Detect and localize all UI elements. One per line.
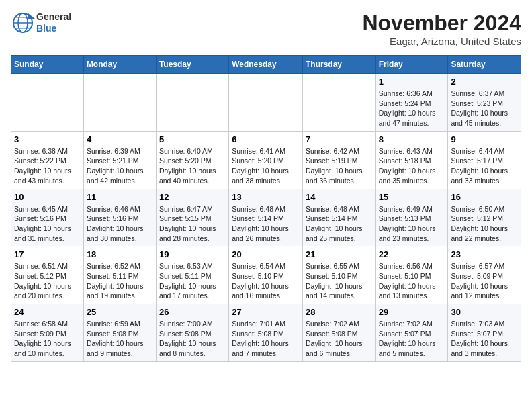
calendar-cell: 17Sunrise: 6:51 AMSunset: 5:12 PMDayligh… xyxy=(11,246,84,304)
page-title: November 2024 xyxy=(362,11,521,36)
page-subtitle: Eagar, Arizona, United States xyxy=(362,36,521,47)
day-info: Sunrise: 6:59 AMSunset: 5:08 PMDaylight:… xyxy=(87,319,153,359)
day-number: 28 xyxy=(306,307,373,317)
day-number: 10 xyxy=(14,192,81,202)
day-info: Sunrise: 7:03 AMSunset: 5:07 PMDaylight:… xyxy=(451,319,518,359)
day-number: 18 xyxy=(87,249,153,259)
day-number: 16 xyxy=(451,192,518,202)
calendar-cell: 12Sunrise: 6:47 AMSunset: 5:15 PMDayligh… xyxy=(156,189,228,246)
day-info: Sunrise: 6:46 AMSunset: 5:16 PMDaylight:… xyxy=(87,204,153,244)
calendar-cell xyxy=(11,74,84,132)
day-number: 21 xyxy=(306,249,373,259)
title-block: November 2024 Eagar, Arizona, United Sta… xyxy=(362,11,521,47)
day-info: Sunrise: 6:50 AMSunset: 5:12 PMDaylight:… xyxy=(451,204,518,244)
calendar-cell: 8Sunrise: 6:43 AMSunset: 5:18 PMDaylight… xyxy=(375,131,448,189)
calendar-table: SundayMondayTuesdayWednesdayThursdayFrid… xyxy=(11,55,521,362)
day-number: 12 xyxy=(159,192,226,202)
calendar-cell: 21Sunrise: 6:55 AMSunset: 5:10 PMDayligh… xyxy=(302,246,375,304)
calendar-cell: 18Sunrise: 6:52 AMSunset: 5:11 PMDayligh… xyxy=(83,246,156,304)
svg-marker-5 xyxy=(28,13,35,19)
day-info: Sunrise: 6:42 AMSunset: 5:19 PMDaylight:… xyxy=(306,146,373,186)
calendar-cell: 14Sunrise: 6:48 AMSunset: 5:14 PMDayligh… xyxy=(302,189,375,246)
calendar-cell: 20Sunrise: 6:54 AMSunset: 5:10 PMDayligh… xyxy=(229,246,303,304)
calendar-cell: 5Sunrise: 6:40 AMSunset: 5:20 PMDaylight… xyxy=(156,131,228,189)
day-info: Sunrise: 6:55 AMSunset: 5:10 PMDaylight:… xyxy=(306,261,373,301)
calendar-cell: 10Sunrise: 6:45 AMSunset: 5:16 PMDayligh… xyxy=(11,189,84,246)
day-number: 6 xyxy=(232,134,300,144)
day-info: Sunrise: 6:39 AMSunset: 5:21 PMDaylight:… xyxy=(87,146,153,186)
day-number: 8 xyxy=(379,134,445,144)
day-number: 1 xyxy=(379,77,445,87)
day-info: Sunrise: 6:53 AMSunset: 5:11 PMDaylight:… xyxy=(159,261,226,301)
calendar-cell: 28Sunrise: 7:02 AMSunset: 5:08 PMDayligh… xyxy=(302,304,375,362)
col-header-sunday: Sunday xyxy=(11,56,84,74)
day-info: Sunrise: 6:48 AMSunset: 5:14 PMDaylight:… xyxy=(232,204,300,244)
day-number: 11 xyxy=(87,192,153,202)
day-number: 23 xyxy=(451,249,518,259)
day-info: Sunrise: 6:43 AMSunset: 5:18 PMDaylight:… xyxy=(379,146,445,186)
day-info: Sunrise: 6:56 AMSunset: 5:10 PMDaylight:… xyxy=(379,261,445,301)
day-number: 14 xyxy=(306,192,373,202)
day-number: 4 xyxy=(87,134,153,144)
day-info: Sunrise: 7:02 AMSunset: 5:07 PMDaylight:… xyxy=(379,319,445,359)
day-info: Sunrise: 6:36 AMSunset: 5:24 PMDaylight:… xyxy=(379,89,445,128)
day-info: Sunrise: 6:41 AMSunset: 5:20 PMDaylight:… xyxy=(232,146,300,186)
day-number: 7 xyxy=(306,134,373,144)
day-info: Sunrise: 6:45 AMSunset: 5:16 PMDaylight:… xyxy=(14,204,81,244)
calendar-cell xyxy=(83,74,156,132)
calendar-cell xyxy=(302,74,375,132)
col-header-tuesday: Tuesday xyxy=(156,56,228,74)
day-info: Sunrise: 6:37 AMSunset: 5:23 PMDaylight:… xyxy=(451,89,518,128)
day-info: Sunrise: 6:40 AMSunset: 5:20 PMDaylight:… xyxy=(159,146,226,186)
day-info: Sunrise: 7:00 AMSunset: 5:08 PMDaylight:… xyxy=(159,319,226,359)
col-header-friday: Friday xyxy=(375,56,448,74)
calendar-cell: 6Sunrise: 6:41 AMSunset: 5:20 PMDaylight… xyxy=(229,131,303,189)
calendar-cell: 26Sunrise: 7:00 AMSunset: 5:08 PMDayligh… xyxy=(156,304,228,362)
calendar-cell: 1Sunrise: 6:36 AMSunset: 5:24 PMDaylight… xyxy=(375,74,448,132)
calendar-cell: 16Sunrise: 6:50 AMSunset: 5:12 PMDayligh… xyxy=(448,189,521,246)
col-header-saturday: Saturday xyxy=(448,56,521,74)
day-info: Sunrise: 6:52 AMSunset: 5:11 PMDaylight:… xyxy=(87,261,153,301)
day-number: 26 xyxy=(159,307,226,317)
calendar-cell: 15Sunrise: 6:49 AMSunset: 5:13 PMDayligh… xyxy=(375,189,448,246)
calendar-cell: 19Sunrise: 6:53 AMSunset: 5:11 PMDayligh… xyxy=(156,246,228,304)
calendar-cell: 4Sunrise: 6:39 AMSunset: 5:21 PMDaylight… xyxy=(83,131,156,189)
logo: General Blue xyxy=(11,11,71,35)
calendar-cell: 27Sunrise: 7:01 AMSunset: 5:08 PMDayligh… xyxy=(229,304,303,362)
col-header-wednesday: Wednesday xyxy=(229,56,303,74)
day-info: Sunrise: 7:02 AMSunset: 5:08 PMDaylight:… xyxy=(306,319,373,359)
day-number: 19 xyxy=(159,249,226,259)
day-number: 29 xyxy=(379,307,445,317)
day-info: Sunrise: 6:48 AMSunset: 5:14 PMDaylight:… xyxy=(306,204,373,244)
day-info: Sunrise: 6:57 AMSunset: 5:09 PMDaylight:… xyxy=(451,261,518,301)
logo-general: General xyxy=(36,11,71,23)
logo-icon xyxy=(11,11,35,35)
calendar-cell: 3Sunrise: 6:38 AMSunset: 5:22 PMDaylight… xyxy=(11,131,84,189)
calendar-cell: 13Sunrise: 6:48 AMSunset: 5:14 PMDayligh… xyxy=(229,189,303,246)
day-number: 17 xyxy=(14,249,81,259)
calendar-cell xyxy=(156,74,228,132)
day-number: 30 xyxy=(451,307,518,317)
day-info: Sunrise: 6:58 AMSunset: 5:09 PMDaylight:… xyxy=(14,319,81,359)
calendar-cell: 7Sunrise: 6:42 AMSunset: 5:19 PMDaylight… xyxy=(302,131,375,189)
day-info: Sunrise: 6:44 AMSunset: 5:17 PMDaylight:… xyxy=(451,146,518,186)
logo-blue: Blue xyxy=(36,23,71,34)
day-number: 2 xyxy=(451,77,518,87)
day-number: 24 xyxy=(14,307,81,317)
calendar-cell: 25Sunrise: 6:59 AMSunset: 5:08 PMDayligh… xyxy=(83,304,156,362)
calendar-cell: 29Sunrise: 7:02 AMSunset: 5:07 PMDayligh… xyxy=(375,304,448,362)
day-info: Sunrise: 6:49 AMSunset: 5:13 PMDaylight:… xyxy=(379,204,445,244)
day-info: Sunrise: 6:54 AMSunset: 5:10 PMDaylight:… xyxy=(232,261,300,301)
calendar-cell: 2Sunrise: 6:37 AMSunset: 5:23 PMDaylight… xyxy=(448,74,521,132)
day-number: 5 xyxy=(159,134,226,144)
day-info: Sunrise: 6:38 AMSunset: 5:22 PMDaylight:… xyxy=(14,146,81,186)
day-number: 13 xyxy=(232,192,300,202)
day-number: 3 xyxy=(14,134,81,144)
calendar-cell: 11Sunrise: 6:46 AMSunset: 5:16 PMDayligh… xyxy=(83,189,156,246)
day-info: Sunrise: 6:47 AMSunset: 5:15 PMDaylight:… xyxy=(159,204,226,244)
calendar-cell xyxy=(229,74,303,132)
day-number: 25 xyxy=(87,307,153,317)
day-number: 9 xyxy=(451,134,518,144)
calendar-cell: 22Sunrise: 6:56 AMSunset: 5:10 PMDayligh… xyxy=(375,246,448,304)
col-header-thursday: Thursday xyxy=(302,56,375,74)
